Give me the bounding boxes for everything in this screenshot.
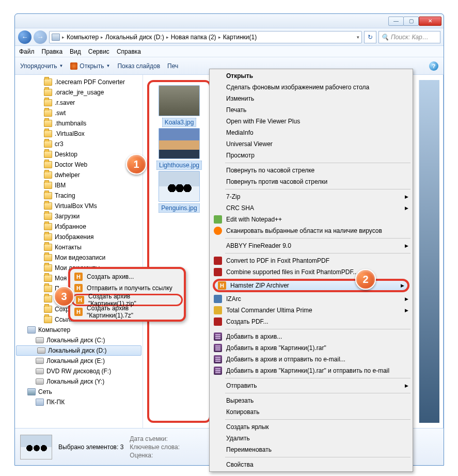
- context-menu-item[interactable]: Изменить: [211, 93, 412, 104]
- tree-folder[interactable]: IBM: [15, 180, 143, 191]
- tree-drive[interactable]: Локальный диск (C:): [15, 335, 143, 345]
- menu-edit[interactable]: Правка: [42, 48, 63, 55]
- print-button[interactable]: Печ: [167, 62, 178, 70]
- context-menu-label: Копировать: [226, 408, 260, 416]
- tree-folder[interactable]: Tracing: [15, 191, 143, 201]
- context-menu-item[interactable]: Combine supported files in Foxit Phantom…: [211, 266, 412, 278]
- context-menu-item[interactable]: Total Commander Ultima Prime▶: [211, 305, 412, 316]
- context-menu-item[interactable]: Переименовать: [211, 444, 412, 455]
- context-menu-label: 7-Zip: [226, 193, 240, 200]
- folder-tree[interactable]: .Icecream PDF Converter.oracle_jre_usage…: [15, 75, 143, 428]
- tree-drive[interactable]: DVD RW дисковод (F:): [15, 366, 143, 376]
- menu-separator: [225, 253, 410, 253]
- help-icon[interactable]: ?: [429, 61, 438, 71]
- context-menu-item[interactable]: Сделать фоновым изображением рабочего ст…: [211, 82, 412, 93]
- tree-folder[interactable]: Контакты: [15, 242, 143, 252]
- folder-icon: [44, 78, 52, 86]
- context-menu-item[interactable]: Свойства: [211, 459, 412, 470]
- tree-folder[interactable]: Desktop: [15, 149, 143, 160]
- context-menu-item[interactable]: Добавить в архив "Картинки(1).rar" и отп…: [211, 365, 412, 376]
- folder-icon: [44, 295, 52, 303]
- tree-folder[interactable]: Загрузки: [15, 211, 143, 221]
- tree-drive[interactable]: Локальный диск (D:): [16, 345, 141, 356]
- file-thumb[interactable]: Penguins.jpg: [154, 171, 204, 213]
- tree-folder[interactable]: cr3: [15, 139, 143, 149]
- breadcrumb[interactable]: ▸ Компьютер ▸ Локальный диск (D:) ▸ Нова…: [49, 31, 362, 43]
- context-menu-item[interactable]: Копировать: [211, 406, 412, 418]
- nav-back-button[interactable]: ←: [18, 30, 31, 44]
- tree-folder[interactable]: Мои видеозаписи: [15, 252, 143, 263]
- tree-folder[interactable]: .oracle_jre_usage: [15, 87, 143, 98]
- breadcrumb-seg[interactable]: Новая папка (2): [171, 34, 216, 41]
- refresh-button[interactable]: ↻: [364, 31, 376, 43]
- slideshow-button[interactable]: Показ слайдов: [117, 62, 160, 70]
- context-menu-item[interactable]: Вырезать: [211, 395, 412, 406]
- menu-view[interactable]: Вид: [70, 48, 81, 55]
- context-menu-item[interactable]: Universal Viewer: [211, 138, 412, 150]
- tree-drive[interactable]: Локальный диск (Y:): [15, 376, 143, 387]
- tree-folder[interactable]: Избранное: [15, 221, 143, 232]
- close-button[interactable]: ✕: [419, 17, 441, 26]
- tree-drive[interactable]: Локальный диск (E:): [15, 356, 143, 366]
- context-menu-item[interactable]: CRC SHA▶: [211, 202, 412, 214]
- context-menu-item[interactable]: Сканировать выбранные области на наличие…: [211, 225, 412, 236]
- context-menu[interactable]: ОткрытьСделать фоновым изображением рабо…: [209, 69, 413, 472]
- folder-icon: [44, 161, 52, 168]
- context-menu-label: Сканировать выбранные области на наличие…: [226, 227, 382, 234]
- tree-network[interactable]: Сеть: [15, 387, 143, 397]
- open-button[interactable]: Открыть▼: [70, 62, 110, 70]
- context-menu-item[interactable]: Добавить в архив и отправить по e-mail..…: [211, 354, 412, 365]
- tree-folder[interactable]: .r.saver: [15, 98, 143, 108]
- context-menu-item[interactable]: HСоздать архив...: [71, 271, 183, 282]
- context-menu-item[interactable]: Open with File Viewer Plus: [211, 116, 412, 127]
- file-thumb[interactable]: Lighthouse.jpg: [154, 128, 204, 170]
- context-menu-item[interactable]: Edit with Notepad++: [211, 214, 412, 225]
- tree-folder[interactable]: .thumbnails: [15, 118, 143, 129]
- tree-network-item[interactable]: ПК-ПК: [15, 397, 143, 407]
- context-menu-item[interactable]: Просмотр: [211, 150, 412, 161]
- folder-icon: [44, 233, 52, 241]
- menu-file[interactable]: Файл: [19, 48, 35, 55]
- context-menu-item[interactable]: Convert to PDF in Foxit PhantomPDF: [211, 255, 412, 266]
- tree-folder[interactable]: .Icecream PDF Converter: [15, 77, 143, 87]
- context-submenu-hamster[interactable]: HСоздать архив...HОтправить и получить с…: [68, 267, 186, 322]
- nav-forward-button[interactable]: →: [34, 30, 47, 44]
- submenu-arrow-icon: ▶: [405, 296, 408, 302]
- context-menu-item[interactable]: Отправить▶: [211, 380, 412, 391]
- tree-folder[interactable]: VirtualBox VMs: [15, 201, 143, 211]
- context-menu-item[interactable]: Добавить в архив...: [211, 331, 412, 342]
- tree-folder[interactable]: Doctor Web: [15, 160, 143, 170]
- breadcrumb-seg[interactable]: Картинки(1): [223, 34, 257, 41]
- search-input[interactable]: 🔍 Поиск: Кар…: [378, 31, 440, 43]
- maximize-button[interactable]: ▢: [403, 17, 419, 26]
- tree-folder[interactable]: dwhelper: [15, 170, 143, 180]
- context-menu-item[interactable]: HОтправить и получить ссылку: [71, 282, 183, 294]
- breadcrumb-seg[interactable]: Компьютер: [67, 34, 99, 41]
- file-thumb[interactable]: Koala3.jpg: [154, 85, 204, 127]
- context-menu-item[interactable]: Создать PDF...: [211, 316, 412, 327]
- context-menu-item[interactable]: 7-Zip▶: [211, 191, 412, 202]
- tree-computer[interactable]: Компьютер: [15, 325, 143, 335]
- context-menu-item[interactable]: Создать ярлык: [211, 421, 412, 433]
- context-menu-item[interactable]: HСоздать архив "Картинки(1).7z": [71, 306, 183, 318]
- context-menu-item[interactable]: HHamster ZIP Archiver▶: [213, 279, 409, 292]
- tree-folder[interactable]: .VirtualBox: [15, 129, 143, 139]
- context-menu-item[interactable]: Печать: [211, 104, 412, 116]
- tree-folder[interactable]: Изображения: [15, 232, 143, 242]
- folder-icon: [44, 130, 52, 137]
- context-menu-item[interactable]: Повернуть по часовой стрелке: [211, 165, 412, 176]
- context-menu-item[interactable]: Повернуть против часовой стрелки: [211, 176, 412, 187]
- menu-help[interactable]: Справка: [117, 48, 141, 55]
- context-menu-item[interactable]: Добавить в архив "Картинки(1).rar": [211, 342, 412, 354]
- organize-button[interactable]: Упорядочить▼: [20, 62, 63, 70]
- context-menu-item[interactable]: MediaInfo: [211, 127, 412, 138]
- tree-folder[interactable]: .swt: [15, 108, 143, 118]
- context-menu-item[interactable]: IZArc▶: [211, 293, 412, 305]
- chevron-down-icon[interactable]: ▾: [357, 35, 359, 40]
- context-menu-item[interactable]: ABBYY FineReader 9.0▶: [211, 240, 412, 251]
- context-menu-item[interactable]: Удалить: [211, 433, 412, 444]
- breadcrumb-seg[interactable]: Локальный диск (D:): [105, 34, 164, 41]
- context-menu-item[interactable]: Открыть: [211, 70, 412, 82]
- menu-tools[interactable]: Сервис: [88, 48, 109, 55]
- minimize-button[interactable]: —: [388, 17, 404, 26]
